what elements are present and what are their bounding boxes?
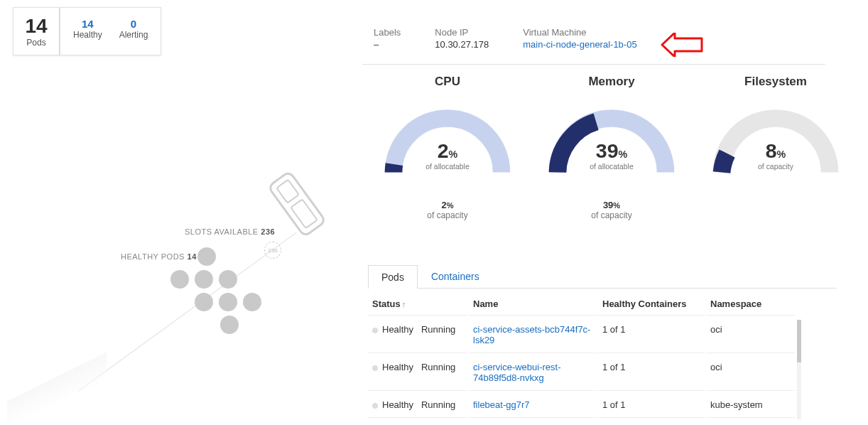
tab-pods[interactable]: Pods bbox=[368, 265, 418, 289]
alerting-label: Alerting bbox=[119, 30, 148, 40]
cell-status: Healthy Running bbox=[368, 392, 467, 418]
pod-name-link[interactable]: filebeat-gg7r7 bbox=[473, 399, 530, 410]
col-namespace[interactable]: Namespace bbox=[706, 293, 795, 316]
pods-total-number: 14 bbox=[23, 15, 49, 38]
table-row[interactable]: Healthy Runningci-service-assets-bcb744f… bbox=[368, 317, 795, 353]
vm-link[interactable]: main-ci-node-general-1b-05 bbox=[523, 39, 636, 50]
col-healthy-containers[interactable]: Healthy Containers bbox=[598, 293, 705, 316]
pods-total-label: Pods bbox=[23, 38, 49, 48]
memory-gauge-title: Memory bbox=[533, 75, 690, 89]
cpu-gauge-title: CPU bbox=[369, 75, 526, 89]
cpu-gauge-chart: 2% of allocatable bbox=[380, 96, 515, 181]
cell-healthy-containers: 1 of 1 bbox=[598, 419, 705, 425]
pods-table: Status↑ Name Healthy Containers Namespac… bbox=[367, 291, 796, 425]
status-dot-icon bbox=[372, 365, 378, 371]
svg-text:8%: 8% bbox=[766, 139, 786, 162]
vm-key: Virtual Machine bbox=[523, 27, 636, 38]
svg-text:of allocatable: of allocatable bbox=[425, 163, 470, 171]
memory-gauge: Memory 39% of allocatable 39% of capacit… bbox=[533, 75, 690, 220]
node-info-bar: Labels – Node IP 10.30.27.178 Virtual Ma… bbox=[362, 21, 825, 65]
pod-dot[interactable] bbox=[195, 293, 213, 311]
healthy-pods-label: HEALTHY PODS 14 bbox=[121, 252, 197, 261]
filesystem-gauge: Filesystem 8% of capacity bbox=[698, 75, 854, 220]
cell-status: Healthy Running bbox=[368, 355, 467, 391]
memory-capacity-value: 39% bbox=[533, 200, 690, 210]
healthy-column[interactable]: 14 Healthy bbox=[65, 12, 111, 50]
table-scrollbar[interactable] bbox=[797, 320, 801, 419]
pods-total-card: 14 Pods bbox=[13, 7, 60, 55]
vm-field: Virtual Machine main-ci-node-general-1b-… bbox=[523, 27, 636, 50]
cell-healthy-containers: 1 of 1 bbox=[598, 392, 705, 418]
labels-value: – bbox=[374, 39, 401, 50]
cell-healthy-containers: 1 of 1 bbox=[598, 317, 705, 353]
nodeip-key: Node IP bbox=[435, 27, 489, 38]
cell-name: ovs-vbjzd bbox=[469, 419, 597, 425]
cell-name: ci-service-assets-bcb744f7c-lsk29 bbox=[469, 317, 597, 353]
cell-namespace: oci bbox=[706, 355, 795, 391]
cell-status: Healthy Running bbox=[368, 419, 467, 425]
pod-dot[interactable] bbox=[170, 270, 189, 289]
pod-dot[interactable] bbox=[219, 293, 237, 311]
filesystem-gauge-chart: 8% of capacity bbox=[708, 96, 843, 181]
pod-dot[interactable] bbox=[195, 270, 213, 289]
pod-dot[interactable] bbox=[219, 270, 237, 289]
status-dot-icon bbox=[372, 403, 378, 409]
memory-gauge-chart: 39% of allocatable bbox=[544, 96, 679, 181]
cell-healthy-containers: 1 of 1 bbox=[598, 355, 705, 391]
cpu-capacity-value: 2% bbox=[369, 200, 526, 210]
table-row[interactable]: Healthy Runningci-service-webui-rest-74b… bbox=[368, 355, 795, 391]
cluster-visualization[interactable]: SLOTS AVAILABLE 236 236 HEALTHY PODS 14 bbox=[7, 178, 334, 412]
alerting-count: 0 bbox=[119, 18, 148, 30]
pod-dot[interactable] bbox=[197, 247, 216, 266]
slots-available-label: SLOTS AVAILABLE 236 bbox=[185, 227, 275, 236]
labels-key: Labels bbox=[374, 27, 401, 38]
cell-namespace: openshift-sdn bbox=[706, 419, 795, 425]
col-status[interactable]: Status↑ bbox=[368, 293, 467, 316]
pod-tabs: Pods Containers bbox=[368, 264, 837, 289]
pods-summary: 14 Pods 14 Healthy 0 Alerting bbox=[13, 7, 161, 55]
gauge-row: CPU 2% of allocatable 2% of capacity Mem… bbox=[369, 75, 854, 220]
cpu-capacity-label: of capacity bbox=[369, 210, 526, 220]
alerting-column[interactable]: 0 Alerting bbox=[111, 12, 157, 50]
cell-namespace: kube-system bbox=[706, 392, 795, 418]
table-row[interactable]: Healthy Runningfilebeat-gg7r71 of 1kube-… bbox=[368, 392, 795, 418]
slots-badge: 236 bbox=[264, 242, 281, 259]
pod-dot[interactable] bbox=[220, 316, 239, 334]
nodeip-field: Node IP 10.30.27.178 bbox=[435, 27, 489, 50]
pod-name-link[interactable]: ci-service-assets-bcb744f7c-lsk29 bbox=[473, 324, 590, 345]
memory-capacity-label: of capacity bbox=[533, 210, 690, 220]
col-name[interactable]: Name bbox=[469, 293, 597, 316]
cell-namespace: oci bbox=[706, 317, 795, 353]
svg-text:of allocatable: of allocatable bbox=[590, 163, 634, 171]
pod-name-link[interactable]: ci-service-webui-rest-74b89f5d8-nvkxg bbox=[473, 362, 561, 383]
pod-dot[interactable] bbox=[243, 293, 261, 311]
svg-text:of capacity: of capacity bbox=[758, 163, 794, 171]
annotation-arrow-icon bbox=[661, 33, 703, 57]
cell-name: ci-service-webui-rest-74b89f5d8-nvkxg bbox=[469, 355, 597, 391]
svg-text:2%: 2% bbox=[438, 139, 458, 162]
healthy-label: Healthy bbox=[73, 30, 102, 40]
cell-status: Healthy Running bbox=[368, 317, 467, 353]
cell-name: filebeat-gg7r7 bbox=[469, 392, 597, 418]
labels-field: Labels – bbox=[374, 27, 401, 50]
node-card-icon[interactable] bbox=[266, 170, 327, 238]
tab-containers[interactable]: Containers bbox=[418, 264, 493, 288]
svg-text:39%: 39% bbox=[596, 139, 628, 162]
filesystem-gauge-title: Filesystem bbox=[698, 75, 854, 89]
status-dot-icon bbox=[372, 328, 378, 333]
cpu-gauge: CPU 2% of allocatable 2% of capacity bbox=[369, 75, 526, 220]
nodeip-value: 10.30.27.178 bbox=[435, 39, 489, 50]
healthy-count: 14 bbox=[73, 18, 102, 30]
pods-breakdown: 14 Healthy 0 Alerting bbox=[60, 7, 161, 55]
sort-asc-icon: ↑ bbox=[402, 300, 406, 308]
table-row[interactable]: Healthy Runningovs-vbjzd1 of 1openshift-… bbox=[368, 419, 795, 425]
